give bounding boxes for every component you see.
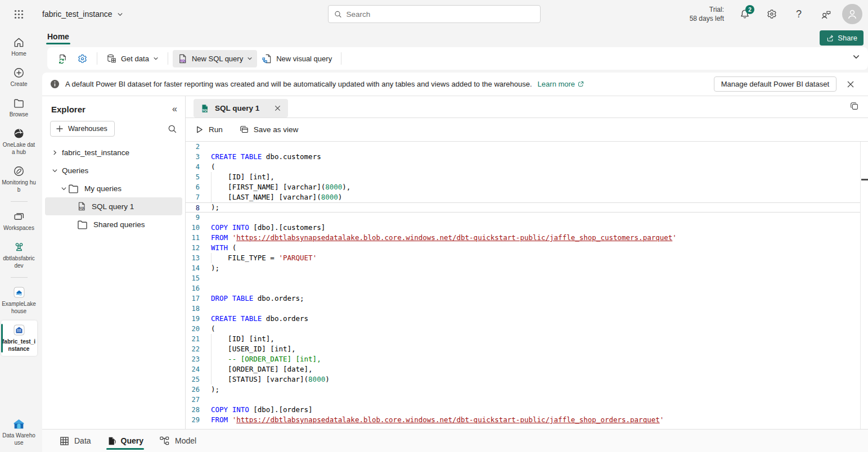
warehouse-settings-button[interactable] (73, 50, 92, 67)
app-launcher-waffle-icon[interactable] (7, 3, 30, 25)
line-number: 16 (186, 283, 211, 293)
line-number: 10 (186, 223, 211, 233)
visual-query-icon (262, 53, 272, 64)
rail-item-label: Workspaces (3, 224, 34, 232)
line-number: 2 (186, 142, 211, 152)
toolbar-divider (168, 52, 168, 65)
database-icon (106, 53, 117, 64)
code-line: 8); (186, 202, 868, 213)
bottom-tab-query[interactable]: Query (103, 430, 147, 452)
code-text (211, 213, 868, 223)
data-warehouse-icon (12, 418, 26, 430)
code-text: ); (211, 202, 868, 212)
line-number: 5 (186, 172, 211, 182)
query-tab-strip: SQL SQL query 1 (186, 96, 868, 118)
bottom-tab-data[interactable]: Data (56, 430, 95, 452)
feedback-button[interactable] (815, 3, 836, 25)
share-button[interactable]: Share (820, 30, 863, 46)
help-button[interactable] (788, 3, 809, 25)
tree-item-queries[interactable]: Queries (45, 161, 182, 179)
code-line: 3CREATE TABLE dbo.customers (186, 152, 868, 162)
tree-item-shared-queries[interactable]: Shared queries (45, 215, 182, 233)
notifications-button[interactable]: 2 (734, 3, 755, 25)
home-icon (13, 36, 25, 48)
ribbon-collapse-chevron[interactable] (852, 53, 860, 61)
line-number: 7 (186, 192, 211, 202)
editor-toolbar: Run Save as view (186, 118, 868, 142)
gear-icon (766, 8, 777, 20)
settings-gear-blue-icon (77, 53, 88, 64)
toolbar-divider (341, 52, 341, 65)
code-text: COPY INTO [dbo].[orders] (211, 405, 868, 415)
search-input[interactable] (347, 10, 534, 19)
workspace-switcher[interactable]: fabric_test_instance (42, 10, 123, 19)
top-bar: fabric_test_instance Trial: 58 days left… (0, 0, 868, 28)
bottom-tab-model[interactable]: Model (155, 430, 200, 452)
code-line: 25 [STATUS] [varchar](8000) (186, 374, 868, 385)
explorer-tree: fabric_test_instanceQueriesMy queriesSQL… (42, 143, 185, 233)
add-warehouses-button[interactable]: Warehouses (50, 121, 115, 137)
rail-item-fabric-test-instance[interactable]: fabric_test_instance (1, 320, 37, 356)
editor-overview-ruler[interactable] (860, 142, 868, 429)
account-avatar[interactable] (842, 4, 862, 24)
view-switcher-bar: DataQueryModel (42, 429, 868, 452)
code-text: [ID] [int], (211, 172, 868, 182)
line-number: 20 (186, 324, 211, 334)
code-text: [ORDER_DATE] [date], (211, 364, 868, 374)
tab-sql-query-1[interactable]: SQL SQL query 1 (194, 99, 288, 117)
sql-file-icon: SQL (77, 201, 87, 211)
copy-pages-icon[interactable] (849, 101, 860, 111)
banner-close-button[interactable] (842, 76, 859, 93)
rail-item-browse[interactable]: Browse (1, 93, 37, 121)
code-line: 5 [ID] [int], (186, 172, 868, 182)
line-number: 3 (186, 152, 211, 162)
save-as-view-button[interactable]: Save as view (240, 125, 299, 134)
tree-item-sql-query-1[interactable]: SQLSQL query 1 (45, 197, 182, 215)
refresh-dataset-button[interactable] (53, 50, 73, 67)
get-data-button[interactable]: Get data (102, 50, 163, 67)
line-number: 14 (186, 263, 211, 273)
manage-default-dataset-button[interactable]: Manage default Power BI dataset (714, 76, 836, 92)
learn-more-link[interactable]: Learn more (538, 80, 584, 88)
rail-item-dbtlabsfabricdev[interactable]: dbtlabsfabricdev (1, 237, 37, 273)
rail-item-home[interactable]: Home (1, 33, 37, 61)
run-button[interactable]: Run (195, 125, 223, 134)
tab-close-button[interactable] (272, 103, 282, 114)
tab-home[interactable]: Home (46, 30, 70, 46)
rail-item-workspaces[interactable]: Workspaces (1, 207, 37, 235)
rail-item-label: dbtlabsfabricdev (2, 255, 37, 269)
rail-item-examplelakehouse[interactable]: ExampleLakehouse (1, 283, 37, 318)
line-number: 24 (186, 364, 211, 374)
new-sql-query-button[interactable]: SQL New SQL query (173, 50, 257, 67)
svg-text:SQL: SQL (203, 109, 208, 112)
code-text: [USER_ID] [int], (211, 344, 868, 354)
line-number: 6 (186, 182, 211, 192)
model-icon (159, 436, 170, 446)
code-line: 27 (186, 395, 868, 405)
code-line: 9 (186, 213, 868, 223)
rail-item-data-warehouse[interactable]: Data Warehouse (1, 414, 37, 450)
tree-item-fabric-test-instance[interactable]: fabric_test_instance (45, 143, 182, 161)
rail-item-onelake-data-hub[interactable]: OneLake data hub (1, 124, 37, 159)
tree-item-my-queries[interactable]: My queries (45, 179, 182, 197)
feedback-icon (820, 8, 832, 20)
search-explorer-icon[interactable] (168, 124, 177, 134)
chevron-down-icon (51, 168, 59, 174)
bottom-tab-label: Query (121, 436, 143, 445)
rail-item-create[interactable]: Create (1, 63, 37, 91)
global-search[interactable] (328, 5, 541, 23)
svg-text:SQL: SQL (79, 207, 85, 210)
tree-item-label: Shared queries (93, 220, 145, 229)
rail-item-monitoring-hub[interactable]: Monitoring hub (1, 161, 37, 197)
code-text: FROM 'https://dbtlabsynapsedatalake.blob… (211, 415, 868, 425)
overview-cursor-mark (861, 179, 868, 180)
share-icon (826, 34, 834, 42)
new-visual-query-button[interactable]: New visual query (257, 50, 336, 67)
collapse-panel-icon[interactable] (172, 104, 177, 114)
code-line: 14); (186, 263, 868, 273)
plus-circle-icon (13, 66, 25, 79)
sql-editor[interactable]: 23CREATE TABLE dbo.customers4(5 [ID] [in… (186, 142, 868, 429)
code-line: 16 (186, 283, 868, 293)
line-number: 27 (186, 395, 211, 405)
settings-button[interactable] (761, 3, 782, 25)
